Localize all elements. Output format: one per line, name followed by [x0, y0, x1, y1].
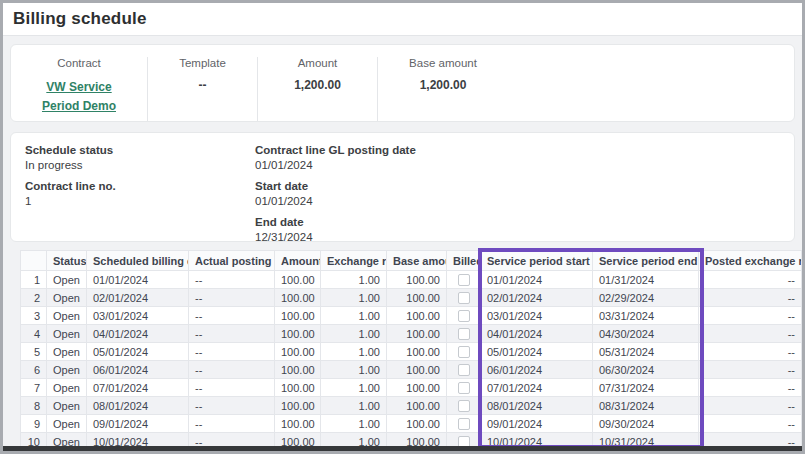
end-date-label: End date [255, 216, 780, 228]
cell-service_period_end: 02/29/2024 [593, 289, 699, 307]
billed-checkbox[interactable] [458, 328, 470, 340]
cell-billed [447, 289, 481, 307]
schedule-status-value: In progress [25, 159, 255, 171]
billed-checkbox[interactable] [458, 274, 470, 286]
cell-service_period_end: 03/31/2024 [593, 307, 699, 325]
column-header-status: Status [47, 251, 87, 271]
cell-scheduled_billing_date: 03/01/2024 [87, 307, 189, 325]
cell-service_period_start: 09/01/2024 [481, 415, 593, 433]
cell-scheduled_billing_date: 01/01/2024 [87, 271, 189, 289]
base-amount-value: 1,200.00 [378, 78, 508, 92]
cell-service_period_start: 04/01/2024 [481, 325, 593, 343]
schedule-table-head: StatusScheduled billing dateActual posti… [21, 251, 802, 271]
billed-checkbox[interactable] [458, 292, 470, 304]
page-header: Billing schedule [3, 3, 802, 36]
cell-posted_exchange_rate: -- [699, 307, 802, 325]
cell-status: Open [47, 361, 87, 379]
cell-billed [447, 307, 481, 325]
cell-amount: 100.00 [275, 397, 321, 415]
cell-num: 4 [21, 325, 47, 343]
summary-field-amount: Amount 1,200.00 [258, 57, 378, 121]
cell-base_amount: 100.00 [387, 343, 447, 361]
cell-status: Open [47, 343, 87, 361]
cell-posted_exchange_rate: -- [699, 397, 802, 415]
column-header-exchange_rate: Exchange rate [321, 251, 387, 271]
cell-amount: 100.00 [275, 307, 321, 325]
cell-amount: 100.00 [275, 379, 321, 397]
cell-actual_posting_date: -- [189, 289, 275, 307]
details-card: Schedule status In progress Contract lin… [10, 132, 795, 242]
cell-status: Open [47, 325, 87, 343]
cell-exchange_rate: 1.00 [321, 289, 387, 307]
billed-checkbox[interactable] [458, 400, 470, 412]
cell-num: 7 [21, 379, 47, 397]
cell-status: Open [47, 397, 87, 415]
billed-checkbox[interactable] [458, 382, 470, 394]
details-column-right: Contract line GL posting date 01/01/2024… [255, 144, 780, 230]
cell-actual_posting_date: -- [189, 415, 275, 433]
cell-billed [447, 361, 481, 379]
cell-status: Open [47, 271, 87, 289]
schedule-table-body: 1Open01/01/2024--100.001.00100.0001/01/2… [21, 271, 802, 451]
table-row: 2Open02/01/2024--100.001.00100.0002/01/2… [21, 289, 802, 307]
cell-service_period_start: 05/01/2024 [481, 343, 593, 361]
cell-base_amount: 100.00 [387, 325, 447, 343]
billing-schedule-window: Billing schedule Contract VW Service Per… [0, 0, 805, 454]
cell-billed [447, 415, 481, 433]
schedule-status-label: Schedule status [25, 144, 255, 156]
end-date-value: 12/31/2024 [255, 231, 780, 243]
cell-posted_exchange_rate: -- [699, 325, 802, 343]
cell-actual_posting_date: -- [189, 379, 275, 397]
cell-exchange_rate: 1.00 [321, 325, 387, 343]
cell-actual_posting_date: -- [189, 361, 275, 379]
schedule-status-field: Schedule status In progress [25, 144, 255, 171]
cell-status: Open [47, 379, 87, 397]
column-header-posted_exchange_rate: Posted exchange rate [699, 251, 802, 271]
billed-checkbox[interactable] [458, 310, 470, 322]
end-date-field: End date 12/31/2024 [255, 216, 780, 243]
cell-exchange_rate: 1.00 [321, 415, 387, 433]
cell-amount: 100.00 [275, 343, 321, 361]
gl-posting-date-field: Contract line GL posting date 01/01/2024 [255, 144, 780, 171]
amount-label: Amount [258, 57, 377, 69]
cell-base_amount: 100.00 [387, 397, 447, 415]
cell-actual_posting_date: -- [189, 343, 275, 361]
billed-checkbox[interactable] [458, 364, 470, 376]
cell-service_period_start: 02/01/2024 [481, 289, 593, 307]
column-header-amount: Amount [275, 251, 321, 271]
gl-posting-date-label: Contract line GL posting date [255, 144, 780, 156]
cell-scheduled_billing_date: 02/01/2024 [87, 289, 189, 307]
cell-num: 1 [21, 271, 47, 289]
cell-actual_posting_date: -- [189, 325, 275, 343]
table-row: 8Open08/01/2024--100.001.00100.0008/01/2… [21, 397, 802, 415]
cell-service_period_end: 04/30/2024 [593, 325, 699, 343]
cell-service_period_end: 06/30/2024 [593, 361, 699, 379]
cell-posted_exchange_rate: -- [699, 415, 802, 433]
summary-card: Contract VW Service Period Demo Template… [10, 44, 795, 122]
cell-posted_exchange_rate: -- [699, 343, 802, 361]
column-header-service_period_end: Service period end date [593, 251, 699, 271]
cell-num: 8 [21, 397, 47, 415]
cell-scheduled_billing_date: 05/01/2024 [87, 343, 189, 361]
contract-label: Contract [11, 57, 147, 69]
table-row: 4Open04/01/2024--100.001.00100.0004/01/2… [21, 325, 802, 343]
table-row: 3Open03/01/2024--100.001.00100.0003/01/2… [21, 307, 802, 325]
schedule-table: StatusScheduled billing dateActual posti… [20, 250, 802, 451]
cell-service_period_end: 07/31/2024 [593, 379, 699, 397]
cell-actual_posting_date: -- [189, 307, 275, 325]
cell-status: Open [47, 307, 87, 325]
column-header-base_amount: Base amount [387, 251, 447, 271]
billed-checkbox[interactable] [458, 346, 470, 358]
cell-scheduled_billing_date: 04/01/2024 [87, 325, 189, 343]
cell-base_amount: 100.00 [387, 361, 447, 379]
cell-scheduled_billing_date: 06/01/2024 [87, 361, 189, 379]
cell-service_period_end: 09/30/2024 [593, 415, 699, 433]
contract-link[interactable]: VW Service Period Demo [33, 78, 125, 115]
cell-exchange_rate: 1.00 [321, 271, 387, 289]
cell-exchange_rate: 1.00 [321, 397, 387, 415]
billed-checkbox[interactable] [458, 418, 470, 430]
cell-scheduled_billing_date: 07/01/2024 [87, 379, 189, 397]
cell-service_period_end: 08/31/2024 [593, 397, 699, 415]
cell-num: 5 [21, 343, 47, 361]
cell-scheduled_billing_date: 09/01/2024 [87, 415, 189, 433]
